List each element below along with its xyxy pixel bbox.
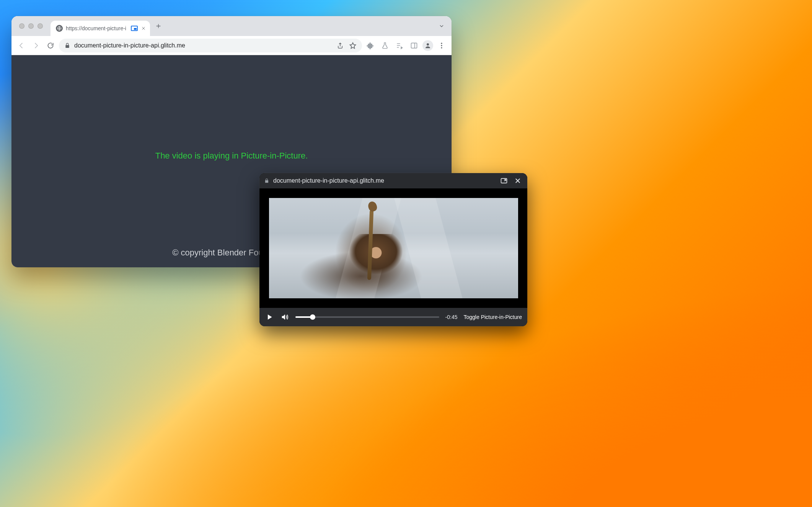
forward-button[interactable] <box>30 39 42 52</box>
share-icon[interactable] <box>337 42 344 49</box>
mute-button[interactable] <box>280 312 289 322</box>
lock-icon <box>264 178 269 183</box>
star-icon[interactable] <box>349 42 357 49</box>
browser-tab[interactable]: https://document-picture-i <box>51 21 150 36</box>
side-panel-button[interactable] <box>408 39 420 52</box>
svg-point-2 <box>427 43 429 46</box>
reload-button[interactable] <box>44 39 57 52</box>
chrome-menu-button[interactable] <box>435 39 448 52</box>
play-button[interactable] <box>265 312 274 322</box>
extensions-button[interactable] <box>364 39 377 52</box>
url-text: document-picture-in-picture-api.glitch.m… <box>74 42 185 49</box>
seek-thumb[interactable] <box>310 314 315 320</box>
pip-video-area[interactable] <box>259 188 527 308</box>
window-zoom-button[interactable] <box>38 23 43 29</box>
svg-rect-1 <box>411 43 417 48</box>
back-button[interactable] <box>15 39 28 52</box>
tab-title: https://document-picture-i <box>66 25 128 31</box>
profile-button[interactable] <box>422 40 433 51</box>
seek-bar[interactable] <box>295 316 439 318</box>
back-to-tab-button[interactable] <box>499 176 509 186</box>
window-minimize-button[interactable] <box>28 23 34 29</box>
window-controls <box>19 23 43 29</box>
svg-point-4 <box>441 45 442 46</box>
tab-strip: https://document-picture-i <box>11 16 452 36</box>
globe-icon <box>56 25 63 32</box>
svg-point-5 <box>441 47 442 48</box>
address-bar[interactable]: document-picture-in-picture-api.glitch.m… <box>59 39 362 52</box>
pip-close-button[interactable] <box>513 176 523 186</box>
media-control-button[interactable] <box>393 39 406 52</box>
svg-point-3 <box>441 43 442 44</box>
pip-titlebar[interactable]: document-picture-in-picture-api.glitch.m… <box>259 173 527 188</box>
toggle-pip-button[interactable]: Toggle Picture-in-Picture <box>463 314 522 320</box>
time-remaining: -0:45 <box>445 314 458 320</box>
pip-indicator-icon <box>131 26 138 31</box>
window-close-button[interactable] <box>19 23 24 29</box>
tab-close-button[interactable] <box>141 26 146 31</box>
labs-button[interactable] <box>379 39 391 52</box>
video-controls: -0:45 Toggle Picture-in-Picture <box>259 308 527 326</box>
tab-search-button[interactable] <box>436 21 447 31</box>
pip-window: document-picture-in-picture-api.glitch.m… <box>259 173 527 326</box>
pip-status-message: The video is playing in Picture-in-Pictu… <box>11 151 452 161</box>
new-tab-button[interactable] <box>153 21 164 31</box>
pip-url-text: document-picture-in-picture-api.glitch.m… <box>273 177 384 184</box>
browser-toolbar: document-picture-in-picture-api.glitch.m… <box>11 36 452 55</box>
video-frame <box>269 198 518 298</box>
lock-icon[interactable] <box>64 43 70 49</box>
